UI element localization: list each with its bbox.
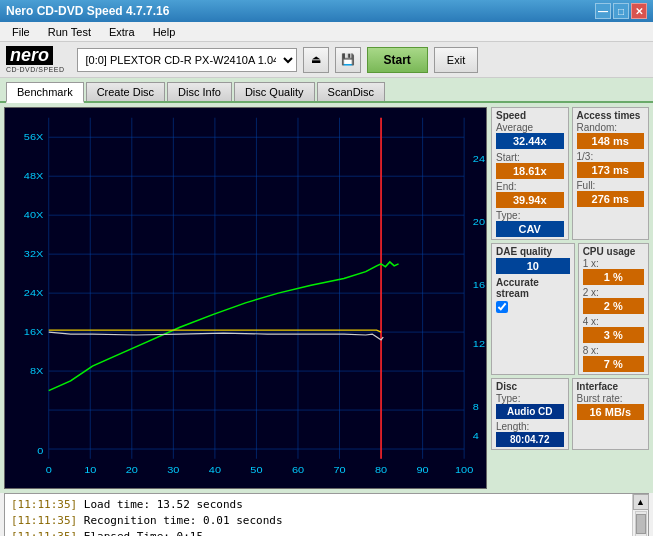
cpu-x4-label: 4 x: xyxy=(583,316,644,327)
menu-help[interactable]: Help xyxy=(145,24,184,40)
cpu-x1-label: 1 x: xyxy=(583,258,644,269)
maximize-button[interactable]: □ xyxy=(613,3,629,19)
one-third-label: 1/3: xyxy=(577,151,645,162)
svg-text:24: 24 xyxy=(473,153,485,163)
access-times-section: Access times Random: 148 ms 1/3: 173 ms … xyxy=(572,107,650,240)
title-bar: Nero CD-DVD Speed 4.7.7.16 — □ ✕ xyxy=(0,0,653,22)
cpu-x2-label: 2 x: xyxy=(583,287,644,298)
tab-disc-quality[interactable]: Disc Quality xyxy=(234,82,315,101)
cpu-x8-value: 7 % xyxy=(583,356,644,372)
tab-create-disc[interactable]: Create Disc xyxy=(86,82,165,101)
log-line-3: [11:11:35] Elapsed Time: 0:15 xyxy=(11,529,626,536)
type-value: CAV xyxy=(496,221,564,237)
interface-section: Interface Burst rate: 16 MB/s xyxy=(572,378,650,450)
drive-selector[interactable]: [0:0] PLEXTOR CD-R PX-W2410A 1.04 xyxy=(77,48,297,72)
svg-text:40X: 40X xyxy=(24,210,44,220)
side-panel: Speed Average 32.44x Start: 18.61x End: … xyxy=(491,107,649,489)
log-time-1: [11:11:35] xyxy=(11,498,77,511)
svg-text:20: 20 xyxy=(473,216,485,226)
nero-logo: nero CD·DVD/SPEED xyxy=(6,46,65,74)
svg-text:40: 40 xyxy=(209,465,221,475)
cpu-usage-section: CPU usage 1 x: 1 % 2 x: 2 % 4 x: 3 % 8 x… xyxy=(578,243,649,375)
disc-label: Disc xyxy=(496,381,564,392)
svg-text:8: 8 xyxy=(473,402,479,412)
minimize-button[interactable]: — xyxy=(595,3,611,19)
access-times-label: Access times xyxy=(577,110,645,121)
window-controls: — □ ✕ xyxy=(595,3,647,19)
svg-text:16: 16 xyxy=(473,280,485,290)
close-button[interactable]: ✕ xyxy=(631,3,647,19)
start-label: Start: xyxy=(496,152,564,163)
cpu-x1-value: 1 % xyxy=(583,269,644,285)
log-scrollbar[interactable]: ▲ ▼ xyxy=(632,494,648,536)
svg-text:30: 30 xyxy=(167,465,179,475)
scroll-up-button[interactable]: ▲ xyxy=(633,494,649,510)
dae-quality-label: DAE quality xyxy=(496,246,570,257)
disc-type-value: Audio CD xyxy=(496,404,564,419)
svg-rect-0 xyxy=(5,108,486,488)
disc-section: Disc Type: Audio CD Length: 80:04.72 xyxy=(491,378,569,450)
average-label: Average xyxy=(496,122,564,133)
cpu-x4-value: 3 % xyxy=(583,327,644,343)
svg-text:10: 10 xyxy=(84,465,96,475)
menu-file[interactable]: File xyxy=(4,24,38,40)
svg-text:56X: 56X xyxy=(24,132,44,142)
scroll-track xyxy=(635,511,647,536)
save-button[interactable]: 💾 xyxy=(335,47,361,73)
toolbar: nero CD·DVD/SPEED [0:0] PLEXTOR CD-R PX-… xyxy=(0,42,653,78)
average-value: 32.44x xyxy=(496,133,564,149)
menu-run-test[interactable]: Run Test xyxy=(40,24,99,40)
random-label: Random: xyxy=(577,122,645,133)
svg-text:70: 70 xyxy=(333,465,345,475)
disc-type-label: Type: xyxy=(496,393,564,404)
cpu-x8-label: 8 x: xyxy=(583,345,644,356)
log-text-3: Elapsed Time: 0:15 xyxy=(84,530,203,536)
disc-length-label: Length: xyxy=(496,421,564,432)
log-line-1: [11:11:35] Load time: 13.52 seconds xyxy=(11,497,626,513)
cpu-usage-label: CPU usage xyxy=(583,246,644,257)
dae-quality-value: 10 xyxy=(496,258,570,274)
main-content: 56X 48X 40X 32X 24X 16X 8X 0 24 20 16 12… xyxy=(0,103,653,493)
random-value: 148 ms xyxy=(577,133,645,149)
chart-area: 56X 48X 40X 32X 24X 16X 8X 0 24 20 16 12… xyxy=(4,107,487,489)
exit-button[interactable]: Exit xyxy=(434,47,478,73)
start-button[interactable]: Start xyxy=(367,47,428,73)
svg-text:4: 4 xyxy=(473,431,479,441)
cpu-x2-value: 2 % xyxy=(583,298,644,314)
end-value: 39.94x xyxy=(496,192,564,208)
log-text-1: Load time: 13.52 seconds xyxy=(84,498,243,511)
speed-access-row: Speed Average 32.44x Start: 18.61x End: … xyxy=(491,107,649,240)
menu-bar: File Run Test Extra Help xyxy=(0,22,653,42)
start-value: 18.61x xyxy=(496,163,564,179)
log-time-3: [11:11:35] xyxy=(11,530,77,536)
svg-text:20: 20 xyxy=(126,465,138,475)
svg-text:24X: 24X xyxy=(24,288,44,298)
log-content: [11:11:35] Load time: 13.52 seconds [11:… xyxy=(5,494,632,536)
tab-scandisc[interactable]: ScanDisc xyxy=(317,82,385,101)
log-line-2: [11:11:35] Recognition time: 0.01 second… xyxy=(11,513,626,529)
svg-text:90: 90 xyxy=(417,465,429,475)
svg-text:32X: 32X xyxy=(24,249,44,259)
svg-text:50: 50 xyxy=(250,465,262,475)
accurate-stream-row xyxy=(496,301,570,313)
accurate-stream-checkbox[interactable] xyxy=(496,301,508,313)
end-label: End: xyxy=(496,181,564,192)
burst-rate-label: Burst rate: xyxy=(577,393,645,404)
menu-extra[interactable]: Extra xyxy=(101,24,143,40)
eject-button[interactable]: ⏏ xyxy=(303,47,329,73)
app-title: Nero CD-DVD Speed 4.7.7.16 xyxy=(6,4,169,18)
tab-disc-info[interactable]: Disc Info xyxy=(167,82,232,101)
disc-interface-row: Disc Type: Audio CD Length: 80:04.72 Int… xyxy=(491,378,649,450)
speed-label: Speed xyxy=(496,110,564,121)
log-text-2: Recognition time: 0.01 seconds xyxy=(84,514,283,527)
svg-text:100: 100 xyxy=(455,465,473,475)
svg-text:0: 0 xyxy=(46,465,52,475)
type-label: Type: xyxy=(496,210,564,221)
chart-svg: 56X 48X 40X 32X 24X 16X 8X 0 24 20 16 12… xyxy=(5,108,486,488)
tab-benchmark[interactable]: Benchmark xyxy=(6,82,84,103)
svg-text:48X: 48X xyxy=(24,171,44,181)
scroll-thumb[interactable] xyxy=(636,514,646,534)
nero-brand-text: nero xyxy=(6,46,53,66)
svg-text:16X: 16X xyxy=(24,327,44,337)
accurate-stream-label: Accurate stream xyxy=(496,277,570,299)
